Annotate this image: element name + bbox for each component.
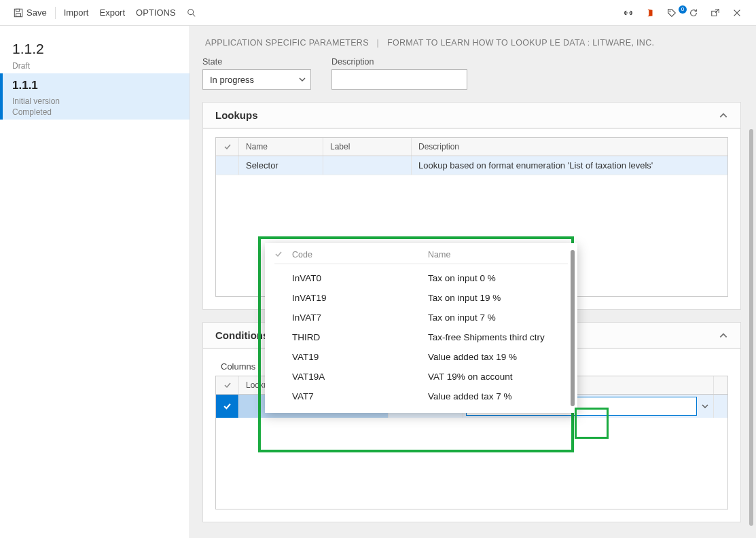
notification-badge: 0 <box>679 5 687 14</box>
notification-button[interactable]: 0 <box>661 8 683 18</box>
version-status: Draft <box>12 61 177 71</box>
popup-option[interactable]: VAT19Value added tax 19 % <box>274 347 568 367</box>
popup-col-code[interactable]: Code <box>292 250 428 259</box>
svg-point-5 <box>670 10 671 12</box>
popup-option-code: VAT7 <box>292 391 428 401</box>
state-select[interactable]: In progress <box>202 69 311 90</box>
search-button[interactable] <box>181 0 202 25</box>
popup-option[interactable]: InVAT7Tax on input 7 % <box>274 308 568 327</box>
popup-option-code: VAT19A <box>292 372 428 382</box>
search-icon <box>187 8 196 18</box>
main-scrollbar[interactable] <box>749 129 753 526</box>
refresh-icon <box>689 8 698 18</box>
chevron-up-icon <box>719 331 728 340</box>
link-icon-button[interactable] <box>617 8 639 18</box>
popup-option-name: Value added tax 19 % <box>428 352 568 362</box>
sidebar: 1.1.2 Draft 1.1.1 Initial version Comple… <box>0 26 190 538</box>
options-button[interactable]: OPTIONS <box>130 0 181 25</box>
description-input[interactable] <box>331 69 467 90</box>
chevron-up-icon <box>719 111 728 120</box>
breadcrumb-sep: | <box>377 38 380 48</box>
breadcrumb-b: FORMAT TO LEARN HOW TO LOOKUP LE DATA : … <box>387 38 654 48</box>
popup-select-all[interactable] <box>274 250 292 259</box>
chevron-down-icon <box>298 75 306 84</box>
version-number: 1.1.1 <box>12 79 177 92</box>
office-icon <box>645 8 655 18</box>
popup-option[interactable]: InVAT19Tax on input 19 % <box>274 288 568 308</box>
link-icon <box>624 8 633 18</box>
save-button[interactable]: Save <box>8 0 52 25</box>
popup-option-code: InVAT0 <box>292 273 428 283</box>
office-button[interactable] <box>639 8 661 18</box>
col-select-all[interactable] <box>216 138 239 156</box>
state-label: State <box>202 57 311 67</box>
version-item-112[interactable]: 1.1.2 Draft <box>0 35 190 73</box>
breadcrumb-a: APPLICATION SPECIFIC PARAMETERS <box>205 38 369 48</box>
col-header-name[interactable]: Name <box>239 138 323 156</box>
popup-option-code: VAT19 <box>292 352 428 362</box>
version-item-111[interactable]: 1.1.1 Initial version Completed <box>0 73 190 120</box>
close-icon <box>732 8 742 18</box>
export-button[interactable]: Export <box>94 0 130 25</box>
popup-scrollbar[interactable] <box>571 250 575 406</box>
save-icon <box>14 8 23 18</box>
cell-label <box>323 156 412 175</box>
popup-option[interactable]: InVAT0Tax on input 0 % <box>274 268 568 288</box>
popup-option[interactable]: VAT7Value added tax 7 % <box>274 387 568 406</box>
chevron-down-icon[interactable] <box>701 402 709 410</box>
popup-option-code: THIRD <box>292 332 428 342</box>
conditions-title: Conditions <box>215 329 268 341</box>
row-checkbox[interactable] <box>216 156 239 175</box>
popup-option-name: VAT 19% on account <box>428 372 568 382</box>
col-select-all[interactable] <box>216 376 239 394</box>
version-status: Initial version <box>12 96 177 106</box>
cell-name: Selector <box>239 156 323 175</box>
code-lookup-popup[interactable]: Code Name InVAT0Tax on input 0 %InVAT19T… <box>265 243 577 413</box>
lookups-panel-header[interactable]: Lookups <box>203 103 740 129</box>
popup-option-name: Tax on input 0 % <box>428 273 568 283</box>
version-number: 1.1.2 <box>12 41 177 57</box>
popup-option[interactable]: VAT19AVAT 19% on account <box>274 367 568 387</box>
breadcrumb: APPLICATION SPECIFIC PARAMETERS | FORMAT… <box>202 26 741 57</box>
popup-option-name: Tax-free Shipments third ctry <box>428 332 568 342</box>
lookups-row[interactable]: Selector Lookup based on format enumerat… <box>216 156 727 175</box>
popup-option[interactable]: THIRDTax-free Shipments third ctry <box>274 327 568 347</box>
popout-icon <box>710 8 720 18</box>
svg-rect-6 <box>712 11 717 16</box>
popup-option-code: InVAT19 <box>292 293 428 303</box>
tag-icon <box>667 8 677 18</box>
popup-option-name: Tax on input 19 % <box>428 293 568 303</box>
main-content: APPLICATION SPECIFIC PARAMETERS | FORMAT… <box>190 26 756 538</box>
popup-option-code: InVAT7 <box>292 312 428 323</box>
popup-col-name[interactable]: Name <box>428 250 568 259</box>
separator <box>55 7 56 19</box>
description-label: Description <box>331 57 467 67</box>
import-button[interactable]: Import <box>58 0 94 25</box>
popup-option-name: Tax on input 7 % <box>428 312 568 323</box>
svg-rect-1 <box>16 9 20 12</box>
popup-option-name: Value added tax 7 % <box>428 391 568 401</box>
col-header-label[interactable]: Label <box>323 138 412 156</box>
close-button[interactable] <box>726 8 748 18</box>
state-value: In progress <box>210 75 254 85</box>
description-field: Description <box>331 57 467 90</box>
lookups-title: Lookups <box>215 109 258 121</box>
columns-button[interactable]: Columns <box>221 361 255 372</box>
popout-button[interactable] <box>704 8 726 18</box>
svg-rect-2 <box>16 13 21 16</box>
row-checkbox-checked[interactable] <box>216 395 239 418</box>
save-label: Save <box>26 7 47 18</box>
state-field: State In progress <box>202 57 311 90</box>
version-status2: Completed <box>12 107 177 117</box>
svg-point-3 <box>187 9 193 14</box>
col-header-desc[interactable]: Description <box>412 138 727 156</box>
svg-line-4 <box>192 14 195 16</box>
cell-desc: Lookup based on format enumeration 'List… <box>412 156 727 175</box>
toolbar: Save Import Export OPTIONS <box>0 0 756 26</box>
